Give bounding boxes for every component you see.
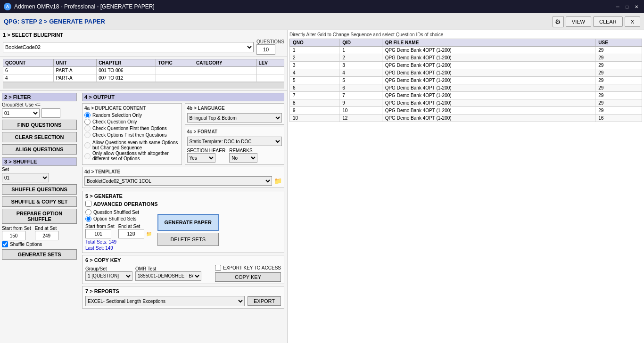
grid-cell[interactable]: QPG Demo Bank 4OPT (1-200) bbox=[382, 62, 595, 69]
grid-cell[interactable]: 8 bbox=[290, 99, 339, 107]
export-report-button[interactable]: EXPORT bbox=[248, 296, 281, 306]
grid-cell[interactable]: 4 bbox=[339, 69, 382, 77]
ck-omr-select[interactable]: 1855001-DEMOSHEET BAK bbox=[135, 271, 201, 281]
grid-cell[interactable]: 3 bbox=[339, 62, 382, 69]
minimize-button[interactable]: ─ bbox=[614, 3, 621, 10]
horizontal-scrollbar[interactable] bbox=[3, 82, 284, 89]
gen-start-label: Start from Set bbox=[85, 224, 115, 229]
grid-cell[interactable]: 4 bbox=[290, 69, 339, 77]
prepare-option-shuffle-button[interactable]: PREPARE OPTION SHUFFLE bbox=[2, 209, 77, 224]
delete-sets-button[interactable]: DELETE SETS bbox=[157, 233, 219, 246]
copy-key-inputs: Group/Set 1 [QUESTION] OMR Test 1855001-… bbox=[85, 266, 201, 281]
clear-selection-button[interactable]: CLEAR SELECTION bbox=[2, 132, 77, 142]
language-select[interactable]: Bilingual Top & Bottom English Only Regi… bbox=[187, 113, 282, 122]
table-container[interactable]: QCOUNT UNIT CHAPTER TOPIC CATEGORY LEV 6… bbox=[3, 59, 284, 82]
grid-cell[interactable]: 2 bbox=[339, 54, 382, 62]
generate-paper-button[interactable]: GENERATE PAPER bbox=[157, 214, 219, 231]
grid-cell[interactable]: QPG Demo Bank 4OPT (1-200) bbox=[382, 99, 595, 107]
questions-input[interactable] bbox=[256, 44, 275, 55]
grid-cell[interactable]: QPG Demo Bank 4OPT (1-200) bbox=[382, 54, 595, 62]
gen-start-input[interactable] bbox=[85, 229, 111, 238]
grid-cell[interactable]: QPG Demo Bank 4OPT (1-200) bbox=[382, 69, 595, 77]
grid-cell[interactable]: 5 bbox=[290, 77, 339, 84]
blueprint-section: 1 > SELECT BLUEPRINT BookletCode02 QUEST… bbox=[0, 30, 287, 57]
grid-cell[interactable]: 5 bbox=[339, 77, 382, 84]
template-folder-icon[interactable]: 📁 bbox=[274, 177, 282, 185]
gen-folder-icon[interactable]: 📁 bbox=[146, 231, 152, 237]
grid-cell[interactable]: 10 bbox=[290, 114, 339, 122]
shuffle-options-checkbox[interactable] bbox=[2, 241, 8, 247]
reports-title: 7 > REPORTS bbox=[85, 288, 281, 294]
end-set-input[interactable] bbox=[35, 231, 58, 240]
main-area: 1 > SELECT BLUEPRINT BookletCode02 QUEST… bbox=[0, 30, 644, 343]
opt-shuffled-radio[interactable] bbox=[85, 216, 91, 222]
shuffle-title: 3 > SHUFFLE bbox=[2, 157, 77, 166]
check-q-only-radio[interactable] bbox=[84, 119, 91, 125]
only-diff-radio[interactable] bbox=[84, 153, 91, 159]
clear-button[interactable]: CLEAR bbox=[593, 16, 623, 27]
check-opt-first-radio[interactable] bbox=[84, 132, 91, 138]
filter-group-select[interactable]: 01 bbox=[2, 108, 40, 118]
grid-cell[interactable]: 29 bbox=[595, 107, 642, 114]
shuffle-set-select[interactable]: 01 bbox=[2, 173, 49, 182]
blueprint-select[interactable]: BookletCode02 bbox=[3, 42, 254, 52]
close-toolbar-button[interactable]: X bbox=[625, 16, 640, 27]
grid-cell[interactable]: 29 bbox=[595, 47, 642, 54]
grid-cell[interactable]: 10 bbox=[339, 107, 382, 114]
grid-cell[interactable]: 1 bbox=[339, 47, 382, 54]
find-questions-button[interactable]: FIND QUESTIONS bbox=[2, 120, 77, 130]
grid-cell[interactable]: 29 bbox=[595, 84, 642, 92]
grid-cell[interactable]: 29 bbox=[595, 62, 642, 69]
grid-cell[interactable]: QPG Demo Bank 4OPT (1-200) bbox=[382, 47, 595, 54]
title-bar: A Addmen OMRv18 - Professional - [GENERA… bbox=[0, 0, 644, 13]
shuffle-copy-set-button[interactable]: SHUFFLE & COPY SET bbox=[2, 196, 77, 207]
grid-cell[interactable]: 7 bbox=[290, 92, 339, 99]
random-only-radio[interactable] bbox=[84, 112, 91, 118]
align-questions-button[interactable]: ALIGN QUESTIONS bbox=[2, 144, 77, 155]
grid-cell[interactable]: 1 bbox=[290, 47, 339, 54]
start-set-input[interactable] bbox=[2, 231, 25, 240]
grid-cell[interactable]: 29 bbox=[595, 92, 642, 99]
grid-cell[interactable]: 9 bbox=[339, 99, 382, 107]
q-shuffled-radio[interactable] bbox=[85, 209, 91, 215]
filter-use-input[interactable] bbox=[41, 108, 60, 118]
template-select[interactable]: BookletCode02_STATIC 1COL bbox=[84, 176, 272, 186]
grid-cell[interactable]: 7 bbox=[339, 92, 382, 99]
format-select[interactable]: Static Template: DOC to DOC Dynamic Temp… bbox=[187, 137, 282, 146]
grid-cell[interactable]: 2 bbox=[290, 54, 339, 62]
reports-select[interactable]: EXCEL- Sectional Length Exceptions PDF R… bbox=[85, 296, 245, 306]
grid-cell[interactable]: 12 bbox=[339, 114, 382, 122]
grid-cell[interactable]: 29 bbox=[595, 69, 642, 77]
export-key-checkbox[interactable] bbox=[215, 265, 221, 271]
allow-same-radio[interactable] bbox=[84, 142, 91, 148]
allow-same-label: Allow Questions even with same Options b… bbox=[92, 140, 180, 150]
ck-group-select[interactable]: 1 [QUESTION] bbox=[85, 271, 132, 281]
check-q-first-radio[interactable] bbox=[84, 125, 91, 131]
grid-cell[interactable]: QPG Demo Bank 4OPT (1-200) bbox=[382, 114, 595, 122]
grid-cell[interactable]: QPG Demo Bank 4OPT (1-200) bbox=[382, 92, 595, 99]
gear-icon[interactable]: ⚙ bbox=[553, 16, 564, 27]
maximize-button[interactable]: □ bbox=[623, 3, 631, 10]
grid-cell[interactable]: 6 bbox=[339, 84, 382, 92]
grid-cell[interactable]: 29 bbox=[595, 54, 642, 62]
remarks-select[interactable]: No Yes bbox=[229, 153, 257, 163]
set-range-row: Start from Set End at Set 📁 bbox=[85, 224, 152, 238]
grid-cell[interactable]: 16 bbox=[595, 114, 642, 122]
grid-cell[interactable]: 3 bbox=[290, 62, 339, 69]
view-button[interactable]: VIEW bbox=[566, 16, 591, 27]
grid-cell[interactable]: 29 bbox=[595, 77, 642, 84]
grid-cell[interactable]: QPG Demo Bank 4OPT (1-200) bbox=[382, 84, 595, 92]
grid-cell[interactable]: QPG Demo Bank 4OPT (1-200) bbox=[382, 107, 595, 114]
generate-sets-button[interactable]: GENERATE SETS bbox=[2, 249, 77, 260]
copy-key-button[interactable]: COPY KEY bbox=[215, 272, 281, 282]
section-header-select[interactable]: Yes No bbox=[187, 153, 215, 163]
grid-cell[interactable]: 6 bbox=[290, 84, 339, 92]
table-cell: 007 TO 012 bbox=[97, 74, 156, 82]
grid-cell[interactable]: QPG Demo Bank 4OPT (1-200) bbox=[382, 77, 595, 84]
grid-cell[interactable]: 29 bbox=[595, 99, 642, 107]
gen-end-input[interactable] bbox=[118, 229, 144, 238]
shuffle-questions-button[interactable]: SHUFFLE QUESTIONS bbox=[2, 184, 77, 195]
window-close-button[interactable]: ✕ bbox=[633, 3, 640, 10]
grid-cell[interactable]: 9 bbox=[290, 107, 339, 114]
advanced-ops-checkbox[interactable] bbox=[85, 201, 91, 207]
